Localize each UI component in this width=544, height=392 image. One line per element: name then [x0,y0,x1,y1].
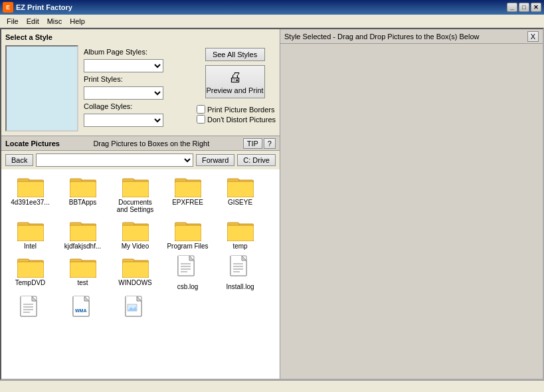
right-panel: Style Selected - Drag and Drop Pictures … [280,29,543,379]
right-close-button[interactable]: X [527,31,539,42]
file-label: EPXFREE [172,199,203,206]
style-dropdowns: Album Page Styles: Print Styles: Collage… [84,45,189,132]
nav-bar: Back Forward C: Drive [1,151,280,169]
file-label: WINDOWS [118,279,152,286]
border-checkbox-row: Print Picture Borders [197,105,276,114]
file-label: TempDVD [15,279,46,286]
checkboxes: Print Picture Borders Don't Distort Pict… [194,105,276,125]
list-item[interactable]: GISEYE [215,173,265,215]
svg-rect-23 [122,225,149,241]
album-select[interactable] [84,59,163,72]
list-item[interactable]: BBTApps [58,173,108,215]
list-item[interactable]: Intel [5,217,55,251]
svg-rect-29 [227,225,254,241]
locator-header: Locate Pictures Drag Pictures to Boxes o… [1,136,280,151]
preview-print-label: Preview and Print [206,86,263,94]
folder-icon [17,175,44,197]
app-title: EZ Print Factory [16,3,507,11]
svg-rect-11 [175,181,201,197]
list-item[interactable]: kjdfakjsdhf... [58,217,108,251]
tip-button[interactable]: TIP [243,138,262,149]
list-item[interactable]: My Video [110,217,160,251]
preview-print-button[interactable]: 🖨 Preview and Print [205,65,265,98]
svg-rect-38 [122,262,149,278]
folder-icon [17,255,44,278]
forward-button[interactable]: Forward [196,154,234,166]
style-controls: Album Page Styles: Print Styles: Collage… [5,45,276,132]
distort-checkbox[interactable] [197,115,205,124]
right-content [280,44,543,379]
image-icon [125,296,146,322]
style-buttons: See All Styles 🖨 Preview and Print Print… [194,45,276,132]
see-all-styles-button[interactable]: See All Styles [205,48,265,61]
right-header-text: Style Selected - Drag and Drop Pictures … [284,33,479,41]
collage-label: Collage Styles: [84,102,189,110]
list-item[interactable]: Documentsand Settings [110,173,160,215]
menu-edit[interactable]: Edit [23,16,43,27]
album-label: Album Page Styles: [84,48,189,56]
file-label: My Video [122,243,149,250]
folder-icon [175,175,201,197]
list-item[interactable]: csb.log [163,254,213,292]
distort-label: Don't Distort Pictures [207,116,276,124]
locate-label: Locate Pictures [5,140,60,147]
window-controls: _ □ ✕ [507,3,541,12]
list-item[interactable] [110,294,160,325]
list-item[interactable] [5,294,55,325]
folder-icon [122,175,149,197]
svg-rect-32 [17,262,44,278]
list-item[interactable]: test [58,254,108,292]
folder-icon [70,219,96,241]
file-label: kjdfakjsdhf... [64,243,102,250]
document-icon [230,255,251,282]
path-select[interactable] [36,153,193,167]
list-item[interactable]: TempDVD [5,254,55,292]
folder-icon [227,175,254,197]
folder-icon [122,255,149,278]
folder-icon [70,255,96,278]
minimize-button[interactable]: _ [507,3,517,12]
list-item[interactable]: Program Files [163,217,213,251]
list-item[interactable]: WINDOWS [110,254,160,292]
list-item[interactable]: WMA [58,294,108,325]
drive-button[interactable]: C: Drive [237,154,276,166]
maximize-button[interactable]: □ [519,3,529,12]
file-label: GISEYE [228,199,252,206]
svg-rect-14 [227,181,254,197]
list-item[interactable]: 4d391ee37... [5,173,55,215]
border-checkbox[interactable] [197,105,205,114]
svg-rect-2 [17,181,44,197]
picture-locator: Locate Pictures Drag Pictures to Boxes o… [1,136,280,379]
svg-text:WMA: WMA [75,308,87,313]
file-browser[interactable]: 4d391ee37... BBTApps Documentsand Settin… [1,169,280,379]
left-panel: Select a Style Album Page Styles: Print … [1,29,280,379]
border-label: Print Picture Borders [207,106,274,114]
list-item[interactable]: Install.log [215,254,265,292]
help-button[interactable]: ? [264,138,276,149]
menu-misc[interactable]: Misc [43,16,66,27]
distort-checkbox-row: Don't Distort Pictures [197,115,276,124]
app-icon: E [3,2,13,13]
style-preview [5,45,78,132]
style-selector-header: Select a Style [5,33,276,41]
menu-help[interactable]: Help [66,16,89,27]
print-select[interactable] [84,86,163,100]
document-icon [20,296,41,322]
wma-icon: WMA [72,296,94,322]
right-header: Style Selected - Drag and Drop Pictures … [280,29,543,44]
collage-select[interactable] [84,114,163,127]
menu-file[interactable]: File [3,16,23,27]
svg-rect-17 [17,225,44,241]
back-button[interactable]: Back [5,154,33,166]
list-item[interactable]: temp [215,217,265,251]
file-label: BBTApps [69,199,97,206]
svg-rect-5 [70,181,96,197]
file-label: Intel [24,243,37,250]
file-label: Program Files [167,243,208,250]
menu-bar: File Edit Misc Help [0,15,544,28]
list-item[interactable]: EPXFREE [163,173,213,215]
svg-rect-26 [175,225,201,241]
close-button[interactable]: ✕ [531,3,541,12]
file-label: Install.log [226,283,254,290]
file-label: 4d391ee37... [11,199,49,206]
